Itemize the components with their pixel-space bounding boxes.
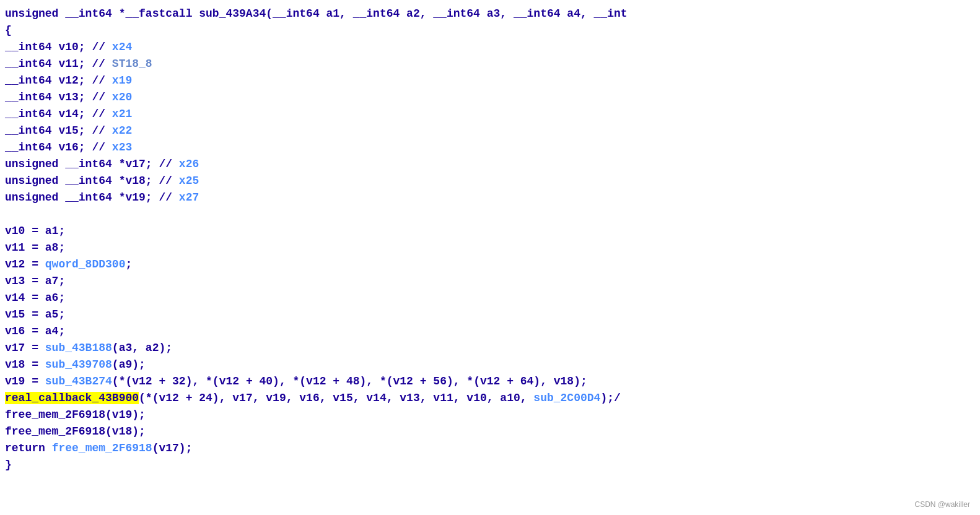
code-segment: free_mem_2F6918(v19);: [5, 409, 146, 421]
code-segment: x25: [179, 175, 199, 187]
code-segment: v15 = a5;: [5, 308, 65, 321]
line-v11-decl: __int64 v11; // ST18_8: [0, 55, 980, 72]
code-segment: x22: [112, 124, 132, 137]
code-segment: (*(v12 + 32), *(v12 + 40), *(v12 + 48), …: [112, 375, 587, 387]
code-segment: ;: [125, 258, 132, 270]
code-segment: free_mem_2F6918: [52, 442, 152, 454]
code-segment: v17 =: [5, 342, 45, 354]
code-segment: real_callback_43B900: [5, 392, 139, 404]
code-segment: unsigned __int64 *__fastcall sub_439A34(…: [5, 7, 628, 20]
code-container: unsigned __int64 *__fastcall sub_439A34(…: [0, 0, 980, 515]
code-segment: (a3, a2);: [112, 342, 172, 354]
line-close-brace: }: [0, 456, 980, 473]
code-segment: __int64 v16; //: [5, 141, 112, 154]
line-v10-decl: __int64 v10; // x24: [0, 38, 980, 55]
code-segment: qword_8DD300: [45, 258, 126, 270]
line-v15-decl: __int64 v15; // x22: [0, 122, 980, 139]
line-free2: free_mem_2F6918(v18);: [0, 423, 980, 439]
line-v17-decl: unsigned __int64 *v17; // x26: [0, 155, 980, 172]
code-segment: x21: [112, 108, 132, 120]
line-v19-assign: v19 = sub_43B274(*(v12 + 32), *(v12 + 40…: [0, 373, 980, 389]
code-segment: x26: [179, 158, 199, 170]
line-open-brace: {: [0, 22, 980, 38]
code-segment: (*(v12 + 24), v17, v19, v16, v15, v14, v…: [139, 392, 533, 404]
code-segment: v10 = a1;: [5, 225, 65, 237]
code-segment: __int64 v11; //: [5, 58, 112, 70]
line-v10-assign: v10 = a1;: [0, 222, 980, 239]
code-segment: {: [5, 24, 12, 37]
code-segment: x20: [112, 91, 132, 103]
line-v12-assign: v12 = qword_8DD300;: [0, 256, 980, 272]
line-func-sig: unsigned __int64 *__fastcall sub_439A34(…: [0, 5, 980, 22]
code-segment: __int64 v10; //: [5, 41, 112, 53]
line-v11-assign: v11 = a8;: [0, 239, 980, 256]
code-segment: free_mem_2F6918(v18);: [5, 425, 146, 438]
line-v17-assign: v17 = sub_43B188(a3, a2);: [0, 339, 980, 356]
line-v16-decl: __int64 v16; // x23: [0, 139, 980, 155]
code-segment: sub_43B188: [45, 342, 112, 354]
code-segment: return: [5, 442, 52, 454]
code-segment: unsigned __int64 *v19; //: [5, 191, 179, 204]
code-segment: v13 = a7;: [5, 275, 65, 287]
code-segment: x19: [112, 74, 132, 87]
code-lines: unsigned __int64 *__fastcall sub_439A34(…: [0, 5, 980, 473]
code-segment: v18 =: [5, 358, 45, 371]
code-segment: v14 = a6;: [5, 292, 65, 304]
line-return: return free_mem_2F6918(v17);: [0, 439, 980, 456]
code-segment: (a9);: [112, 358, 146, 371]
line-v13-assign: v13 = a7;: [0, 272, 980, 289]
line-v14-assign: v14 = a6;: [0, 289, 980, 306]
code-segment: }: [5, 459, 12, 471]
code-segment: x24: [112, 41, 132, 53]
code-segment: __int64 v13; //: [5, 91, 112, 103]
code-segment: __int64 v12; //: [5, 74, 112, 87]
line-v19-decl: unsigned __int64 *v19; // x27: [0, 189, 980, 206]
code-segment: v19 =: [5, 375, 45, 387]
line-free1: free_mem_2F6918(v19);: [0, 406, 980, 423]
code-segment: );/: [600, 392, 620, 404]
line-v15-assign: v15 = a5;: [0, 306, 980, 322]
line-v12-decl: __int64 v12; // x19: [0, 72, 980, 89]
line-v16-assign: v16 = a4;: [0, 322, 980, 339]
code-segment: (v17);: [152, 442, 193, 454]
line-blank1: [0, 206, 980, 222]
code-segment: x27: [179, 191, 199, 204]
code-segment: __int64 v15; //: [5, 124, 112, 137]
line-callback: real_callback_43B900(*(v12 + 24), v17, v…: [0, 389, 980, 406]
line-v13-decl: __int64 v13; // x20: [0, 89, 980, 105]
line-v18-assign: v18 = sub_439708(a9);: [0, 356, 980, 373]
code-segment: v16 = a4;: [5, 325, 65, 337]
code-segment: x23: [112, 141, 132, 154]
code-segment: sub_2C00D4: [533, 392, 600, 404]
code-segment: sub_439708: [45, 358, 112, 371]
watermark: CSDN @wakiller: [914, 500, 970, 509]
code-segment: __int64 v14; //: [5, 108, 112, 120]
code-segment: unsigned __int64 *v18; //: [5, 175, 179, 187]
code-segment: unsigned __int64 *v17; //: [5, 158, 179, 170]
line-v18-decl: unsigned __int64 *v18; // x25: [0, 172, 980, 189]
code-segment: v11 = a8;: [5, 241, 65, 254]
code-segment: v12 =: [5, 258, 45, 270]
line-v14-decl: __int64 v14; // x21: [0, 105, 980, 122]
code-segment: ST18_8: [112, 58, 152, 70]
code-segment: sub_43B274: [45, 375, 112, 387]
